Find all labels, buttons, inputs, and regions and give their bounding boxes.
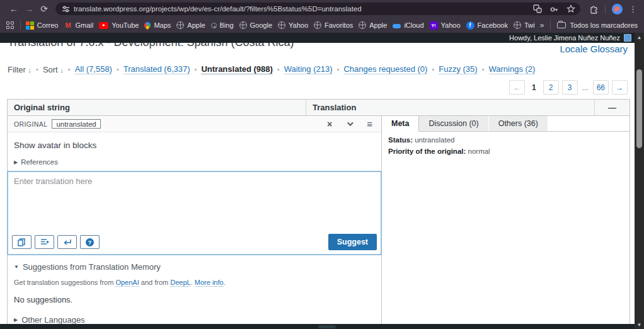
menu-icon[interactable]: ≡	[367, 119, 372, 129]
bookmark-label: Yahoo	[441, 21, 461, 29]
filter-link-waiting[interactable]: Waiting (213)	[284, 64, 333, 74]
page-button-66[interactable]: 66	[593, 80, 609, 95]
bookmark-icloud[interactable]: iCloud	[393, 21, 423, 29]
other-languages-toggle[interactable]: ▶ Other Languages	[14, 315, 375, 325]
page-prev-button[interactable]: ←	[509, 80, 525, 95]
more-bookmarks-icon[interactable]: »	[540, 21, 544, 30]
original-label: ORIGINAL	[14, 120, 47, 128]
tab-meta[interactable]: Meta	[382, 116, 419, 132]
globe-icon	[239, 21, 247, 29]
maps-icon	[143, 21, 152, 30]
bookmark-twitter[interactable]: Twitter	[514, 21, 535, 29]
sources-text: Get translation suggestions from	[14, 279, 115, 286]
address-bar[interactable]: translate.wordpress.org/projects/wp/dev/…	[55, 3, 580, 15]
back-icon[interactable]: ←	[6, 4, 21, 14]
sort-toggle[interactable]: Sort ↓	[43, 65, 64, 74]
page-scrollbar[interactable]: ▲ ▼	[635, 33, 644, 329]
more-info-link[interactable]: More info	[195, 279, 224, 287]
help-button[interactable]: ?	[80, 235, 100, 249]
translate-icon[interactable]	[533, 4, 542, 13]
editor-toolbar: ? Suggest	[8, 234, 381, 254]
bookmark-label: Google	[250, 21, 272, 29]
filter-link-all[interactable]: All (7,558)	[75, 64, 112, 74]
openai-link[interactable]: OpenAI	[115, 279, 139, 287]
column-actions: —	[595, 100, 630, 115]
howdy-account-link[interactable]: Howdy, Leslie Jimena Nuñez Nuñez	[509, 34, 620, 42]
bookmark-google[interactable]: Google	[239, 21, 272, 29]
original-string-text: Show avatar in blocks	[14, 141, 375, 150]
separator-dot: •	[117, 66, 119, 73]
page-ellipsis: ...	[581, 83, 590, 92]
suggestions-toggle[interactable]: ▼ Suggestions from Translation Memory	[14, 262, 375, 272]
bookmark-star-icon[interactable]	[566, 4, 575, 13]
bookmark-maps[interactable]: Maps	[144, 21, 171, 29]
bookmark-label: YouTube	[112, 21, 139, 29]
insert-tab-button[interactable]	[35, 235, 54, 249]
bookmark-youtube[interactable]: YouTube	[99, 21, 139, 29]
enter-arrow-icon	[63, 239, 72, 246]
apps-grid-icon[interactable]	[6, 21, 14, 29]
scroll-down-icon[interactable]: ▼	[635, 320, 644, 329]
translation-editor: ? Suggest	[7, 171, 382, 255]
forward-icon[interactable]: →	[21, 4, 37, 14]
collapse-arrow-icon: ▼	[14, 264, 19, 270]
page-button-2[interactable]: 2	[543, 80, 559, 95]
page-button-3[interactable]: 3	[562, 80, 578, 95]
translation-input[interactable]	[8, 172, 381, 234]
filter-link-warnings[interactable]: Warnings (2)	[489, 64, 536, 74]
insert-newline-button[interactable]	[57, 235, 77, 249]
filter-link-untranslated[interactable]: Untranslated (988)	[201, 64, 272, 74]
icloud-icon	[393, 24, 401, 28]
bookmark-label: Gmail	[75, 21, 93, 29]
tab-discussion[interactable]: Discussion (0)	[419, 116, 488, 131]
deepl-link[interactable]: DeepL	[170, 279, 190, 287]
all-bookmarks-button[interactable]: Todos los marcadores	[557, 21, 638, 29]
user-avatar[interactable]	[624, 34, 631, 42]
references-label: References	[21, 158, 58, 166]
bookmark-label: iCloud	[404, 21, 423, 29]
filter-toggle[interactable]: Filter ↓	[8, 65, 32, 74]
page-next-button[interactable]: →	[612, 80, 628, 95]
footer-accent	[318, 325, 336, 328]
locale-glossary-link[interactable]: Locale Glossary	[560, 43, 628, 54]
suggest-button[interactable]: Suggest	[328, 234, 377, 250]
meta-column: MetaDiscussion (0)Others (36) Status: un…	[382, 116, 630, 324]
scrollbar-thumb[interactable]	[636, 69, 642, 148]
bookmark-yahoo[interactable]: Yahoo	[278, 21, 308, 29]
password-key-icon[interactable]	[549, 4, 559, 14]
bookmark-bing[interactable]: Bing	[211, 21, 234, 29]
original-preview: Show avatar in blocks ▶ References	[8, 132, 381, 171]
bookmark-gmail[interactable]: MGmail	[64, 21, 93, 30]
separator-dot: •	[277, 66, 280, 73]
filter-link-fuzzy[interactable]: Fuzzy (35)	[439, 64, 477, 74]
filter-link-changes-requested[interactable]: Changes requested (0)	[343, 64, 427, 74]
globe-icon	[176, 21, 184, 29]
references-toggle[interactable]: ▶ References	[14, 158, 375, 166]
tab-others[interactable]: Others (36)	[489, 116, 548, 131]
profile-avatar-icon[interactable]	[612, 4, 623, 14]
scroll-up-icon[interactable]: ▲	[635, 33, 644, 42]
bookmark-favoritos[interactable]: Favoritos	[314, 21, 353, 29]
bookmark-label: Yahoo	[289, 21, 308, 29]
url-text[interactable]: translate.wordpress.org/projects/wp/dev/…	[74, 5, 528, 13]
site-info-icon[interactable]	[62, 5, 70, 13]
copy-original-button[interactable]	[12, 235, 32, 249]
browser-menu-icon[interactable]: ⋮	[629, 4, 638, 14]
bookmark-facebook[interactable]: fFacebook	[466, 21, 508, 30]
filter-link-translated[interactable]: Translated (6,337)	[124, 64, 190, 74]
bookmark-yahoo[interactable]: Y!Yahoo	[430, 21, 461, 30]
bookmark-label: Apple	[369, 21, 387, 29]
chevron-down-icon[interactable]	[347, 120, 354, 126]
reload-icon[interactable]: ⟳	[37, 4, 52, 14]
column-translation: Translation	[306, 100, 595, 115]
bookmark-correo[interactable]: Correo	[26, 21, 59, 30]
close-icon[interactable]: ×	[327, 120, 332, 129]
bookmarks-bar: CorreoMGmailYouTubeMapsAppleBingGoogleYa…	[0, 18, 644, 33]
translations-table: Original string Translation — ORIGINAL u…	[7, 99, 630, 324]
bookmark-apple[interactable]: Apple	[176, 21, 205, 29]
bookmark-apple[interactable]: Apple	[359, 21, 387, 29]
youtube-icon	[99, 22, 108, 29]
copy-icon	[18, 238, 26, 246]
separator-dot: •	[68, 66, 71, 73]
extensions-icon[interactable]	[589, 4, 599, 14]
